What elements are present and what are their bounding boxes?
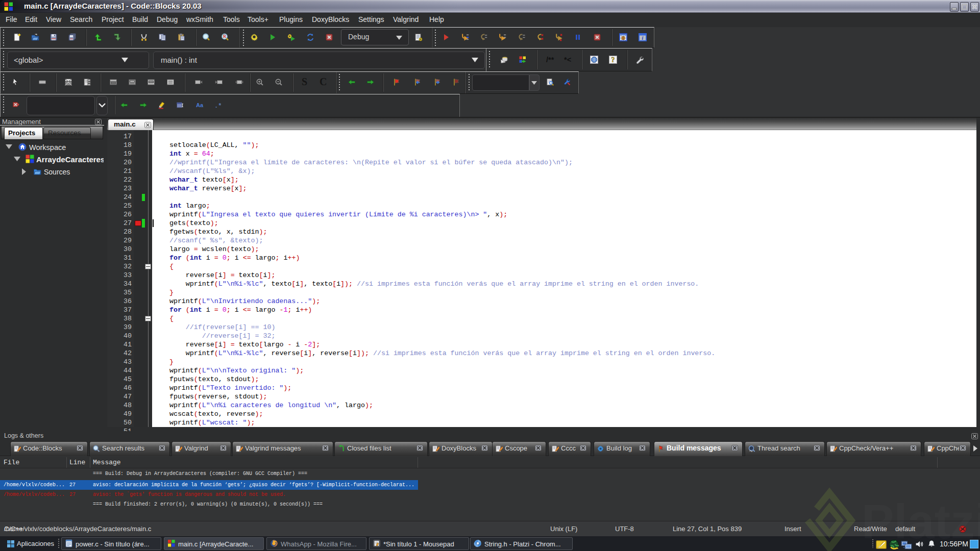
svg-text:.*: .* bbox=[214, 103, 222, 109]
svg-text:/**: /** bbox=[546, 56, 554, 64]
svg-text:Aa: Aa bbox=[196, 102, 204, 108]
svg-text:R: R bbox=[223, 34, 227, 39]
svg-text:i: i bbox=[642, 35, 644, 41]
svg-text:*<: *< bbox=[564, 56, 571, 64]
svg-text:Platzi: Platzi bbox=[862, 494, 980, 548]
svg-text:?: ? bbox=[611, 56, 615, 64]
